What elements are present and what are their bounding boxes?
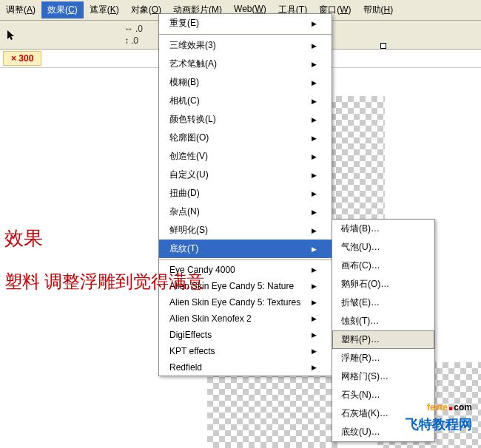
menu-item-sharpen[interactable]: 鲜明化(S) bbox=[159, 221, 332, 240]
menu-item-texture[interactable]: 底纹(T) bbox=[159, 240, 332, 258]
watermark: fevte.com 飞特教程网 bbox=[406, 390, 472, 433]
menu-item-xenofex2[interactable]: Alien Skin Xenofex 2 bbox=[159, 310, 332, 327]
menu-separator bbox=[159, 259, 332, 260]
watermark-subtitle: 飞特教程网 bbox=[406, 415, 472, 433]
menu-item-contour[interactable]: 轮廓图(O) bbox=[159, 129, 332, 147]
y-value[interactable]: .0 bbox=[131, 35, 138, 46]
watermark-domain: fevte.com bbox=[406, 390, 472, 415]
menu-item-artstroke[interactable]: 艺术笔触(A) bbox=[159, 55, 332, 73]
submenu-brick[interactable]: 砖墙(B)… bbox=[332, 220, 434, 238]
submenu-cobblestone[interactable]: 鹅卵石(O)… bbox=[332, 275, 434, 293]
menu-item-camera[interactable]: 相机(C) bbox=[159, 92, 332, 110]
menu-item-blur[interactable]: 模糊(B) bbox=[159, 73, 332, 92]
annotation-effects: 效果 bbox=[4, 225, 43, 251]
menu-item-kpt[interactable]: KPT effects bbox=[159, 343, 332, 359]
menu-item-digieffects[interactable]: DigiEffects bbox=[159, 327, 332, 343]
arrow-v-icon: ↕ bbox=[124, 35, 129, 46]
menu-adjust[interactable]: 调整(A) bbox=[0, 1, 41, 18]
menu-mask[interactable]: 遮罩(K) bbox=[84, 1, 125, 18]
menu-item-redfield[interactable]: Redfield bbox=[159, 359, 332, 376]
effects-dropdown: 重复(E) 三维效果(3) 艺术笔触(A) 模糊(B) 相机(C) 颜色转换(L… bbox=[158, 13, 332, 376]
menu-separator bbox=[159, 34, 332, 35]
menu-effects[interactable]: 效果(C) bbox=[41, 1, 84, 18]
cursor-icon[interactable] bbox=[6, 29, 18, 41]
x-value[interactable]: .0 bbox=[135, 24, 143, 34]
selection-handle[interactable] bbox=[380, 43, 386, 49]
position-inputs: ↔.0 ↕.0 bbox=[124, 24, 143, 46]
arrow-h-icon: ↔ bbox=[124, 24, 133, 34]
submenu-plastic[interactable]: 塑料(P)… bbox=[332, 330, 434, 349]
menu-item-distort[interactable]: 扭曲(D) bbox=[159, 184, 332, 203]
submenu-bubble[interactable]: 气泡(U)… bbox=[332, 238, 434, 257]
menu-item-creative[interactable]: 创造性(V) bbox=[159, 147, 332, 166]
menu-item-noise[interactable]: 杂点(N) bbox=[159, 203, 332, 221]
submenu-canvas[interactable]: 画布(C)… bbox=[332, 257, 434, 275]
menu-item-repeat[interactable]: 重复(E) bbox=[159, 14, 332, 33]
menu-item-colortransform[interactable]: 颜色转换(L) bbox=[159, 110, 332, 129]
menu-item-custom[interactable]: 自定义(U) bbox=[159, 166, 332, 184]
submenu-crease[interactable]: 折皱(E)… bbox=[332, 293, 434, 312]
submenu-screendoor[interactable]: 网格门(S)… bbox=[332, 367, 434, 386]
annotation-instruction: 塑料 调整浮雕到觉得满意 bbox=[4, 270, 204, 293]
submenu-relief[interactable]: 浮雕(R)… bbox=[332, 349, 434, 367]
menu-item-3d[interactable]: 三维效果(3) bbox=[159, 36, 332, 55]
menu-help[interactable]: 帮助(H) bbox=[357, 1, 400, 18]
menu-item-eyecandy5-textures[interactable]: Alien Skin Eye Candy 5: Textures bbox=[159, 294, 332, 310]
submenu-etch[interactable]: 蚀刻(T)… bbox=[332, 312, 434, 330]
